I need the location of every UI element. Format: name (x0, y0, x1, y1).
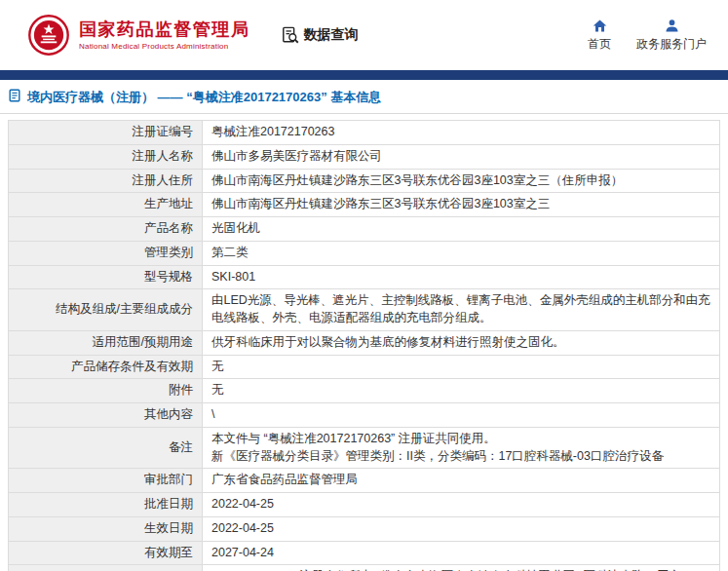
row-label: 批准日期 (9, 493, 203, 517)
table-row: 审批部门广东省食品药品监督管理局 (9, 469, 720, 493)
row-label-text: 批准日期 (144, 497, 193, 511)
table-row: 变更情况2022-07-25: 1、注册人住所由 “佛山市南海区狮山镇狮山科技工… (9, 565, 720, 571)
row-label: 适用范围/预期用途 (9, 330, 203, 355)
row-label: 变更情况 (9, 565, 203, 571)
row-label: 附件 (9, 379, 203, 403)
table-row: 产品名称光固化机 (9, 217, 720, 242)
table-row: 管理类别第二类 (9, 241, 720, 265)
row-label-text: 管理类别 (144, 246, 193, 259)
row-label-text: 生产地址 (144, 197, 193, 210)
row-label-text: 附件 (169, 383, 193, 397)
top-links: 首页 政务服务门户 (588, 19, 710, 53)
row-value: 粤械注准20172170263 (203, 121, 720, 145)
home-label: 首页 (588, 36, 611, 53)
info-table: 注册证编号粤械注准20172170263注册人名称佛山市多易美医疗器材有限公司注… (8, 120, 720, 571)
agency-name-en: National Medical Products Administration (79, 42, 250, 51)
row-label: 有效期至 (9, 541, 203, 565)
table-row: 批准日期2022-04-25 (9, 493, 720, 517)
table-row: 结构及组成/主要组成成分由LED光源、导光棒、遮光片、主控制线路板、锂离子电池、… (9, 289, 720, 331)
site-header: 国家药品监督管理局 National Medical Products Admi… (0, 0, 728, 70)
row-value: 2027-04-24 (203, 541, 720, 565)
table-row: 型号规格SKI-801 (9, 265, 720, 289)
table-row: 注册人名称佛山市多易美医疗器材有限公司 (9, 144, 720, 169)
row-value: 佛山市多易美医疗器材有限公司 (203, 144, 720, 169)
row-label-text: 备注 (169, 440, 193, 454)
row-value: 由LED光源、导光棒、遮光片、主控制线路板、锂离子电池、金属外壳组成的主机部分和… (203, 289, 720, 331)
row-label-text: 产品名称 (144, 221, 193, 235)
page: 国家药品监督管理局 National Medical Products Admi… (0, 0, 728, 571)
table-row: 产品储存条件及有效期无 (9, 355, 720, 379)
row-label: 产品名称 (9, 217, 203, 242)
user-icon (665, 19, 679, 33)
row-value: 第二类 (203, 241, 720, 265)
portal-label: 政务服务门户 (636, 36, 707, 53)
row-label-text: 其他内容 (144, 407, 193, 421)
row-value: 2022-04-25 (203, 493, 720, 517)
row-value: 佛山市南海区丹灶镇建沙路东三区3号联东优谷园3座103室之三（住所申报） (203, 169, 720, 193)
row-label-text: 注册证编号 (133, 125, 194, 138)
row-label-text: 产品储存条件及有效期 (71, 360, 193, 373)
row-value: 佛山市南海区丹灶镇建沙路东三区3号联东优谷园3座103室之三 (203, 193, 720, 217)
row-value: 无 (203, 355, 720, 379)
row-value: 本文件与 “粤械注准20172170263” 注册证共同使用。 新《医疗器械分类… (203, 427, 720, 469)
agency-name: 国家药品监督管理局 (79, 19, 250, 41)
row-value: 广东省食品药品监督管理局 (203, 469, 720, 493)
row-label-text: 审批部门 (144, 473, 193, 486)
row-label-text: 注册人住所 (133, 173, 194, 187)
row-label: 生产地址 (9, 193, 203, 217)
row-label: 注册人名称 (9, 144, 203, 169)
row-label: 注册人住所 (9, 169, 203, 193)
table-row: 附件无 (9, 379, 720, 403)
row-label: 管理类别 (9, 241, 203, 265)
portal-link[interactable]: 政务服务门户 (636, 19, 707, 53)
row-label: 生效日期 (9, 516, 203, 541)
brand: 国家药品监督管理局 National Medical Products Admi… (27, 14, 250, 57)
table-row: 其他内容\ (9, 403, 720, 428)
row-label: 结构及组成/主要组成成分 (9, 289, 203, 331)
table-row: 注册人住所佛山市南海区丹灶镇建沙路东三区3号联东优谷园3座103室之三（住所申报… (9, 169, 720, 193)
document-icon (8, 89, 21, 106)
national-emblem-logo (27, 14, 70, 57)
table-wrap: 注册证编号粤械注准20172170263注册人名称佛山市多易美医疗器材有限公司注… (0, 114, 728, 571)
header-divider-bar (0, 70, 728, 80)
table-row: 适用范围/预期用途供牙科临床用于对以聚合物为基底的修复材料进行照射使之固化。 (9, 330, 720, 355)
breadcrumb: 境内医疗器械（注册） —— “粤械注准20172170263” 基本信息 (0, 80, 728, 114)
row-value: 供牙科临床用于对以聚合物为基底的修复材料进行照射使之固化。 (203, 330, 720, 355)
row-label-text: 型号规格 (144, 270, 193, 284)
row-label: 型号规格 (9, 265, 203, 289)
row-label-text: 结构及组成/主要组成成分 (56, 302, 193, 316)
home-icon (593, 19, 607, 33)
table-row: 备注本文件与 “粤械注准20172170263” 注册证共同使用。 新《医疗器械… (9, 427, 720, 469)
row-label: 审批部门 (9, 469, 203, 493)
home-link[interactable]: 首页 (588, 19, 611, 53)
data-query-label: 数据查询 (304, 26, 359, 44)
data-query-icon (282, 26, 299, 44)
table-row: 生效日期2022-04-25 (9, 516, 720, 541)
row-label: 注册证编号 (9, 121, 203, 145)
row-label-text: 适用范围/预期用途 (93, 335, 193, 349)
row-label: 备注 (9, 427, 203, 469)
row-label: 其他内容 (9, 403, 203, 428)
brand-text: 国家药品监督管理局 National Medical Products Admi… (79, 19, 250, 52)
page-title: 境内医疗器械（注册） —— “粤械注准20172170263” 基本信息 (27, 89, 381, 106)
row-value: \ (203, 403, 720, 428)
row-label-text: 注册人名称 (133, 149, 194, 163)
table-row: 注册证编号粤械注准20172170263 (9, 121, 720, 145)
row-value: 光固化机 (203, 217, 720, 242)
data-query-nav[interactable]: 数据查询 (282, 26, 359, 44)
row-value: 2022-04-25 (203, 516, 720, 541)
table-row: 生产地址佛山市南海区丹灶镇建沙路东三区3号联东优谷园3座103室之三 (9, 193, 720, 217)
main-content: 境内医疗器械（注册） —— “粤械注准20172170263” 基本信息 注册证… (0, 80, 728, 571)
row-value: SKI-801 (203, 265, 720, 289)
row-label: 产品储存条件及有效期 (9, 355, 203, 379)
row-value: 无 (203, 379, 720, 403)
row-value: 2022-07-25: 1、注册人住所由 “佛山市南海区狮山镇狮山科技工业园A区… (203, 565, 720, 571)
row-label-text: 有效期至 (144, 546, 193, 559)
info-table-body: 注册证编号粤械注准20172170263注册人名称佛山市多易美医疗器材有限公司注… (9, 121, 720, 571)
table-row: 有效期至2027-04-24 (9, 541, 720, 565)
row-label-text: 生效日期 (144, 521, 193, 535)
